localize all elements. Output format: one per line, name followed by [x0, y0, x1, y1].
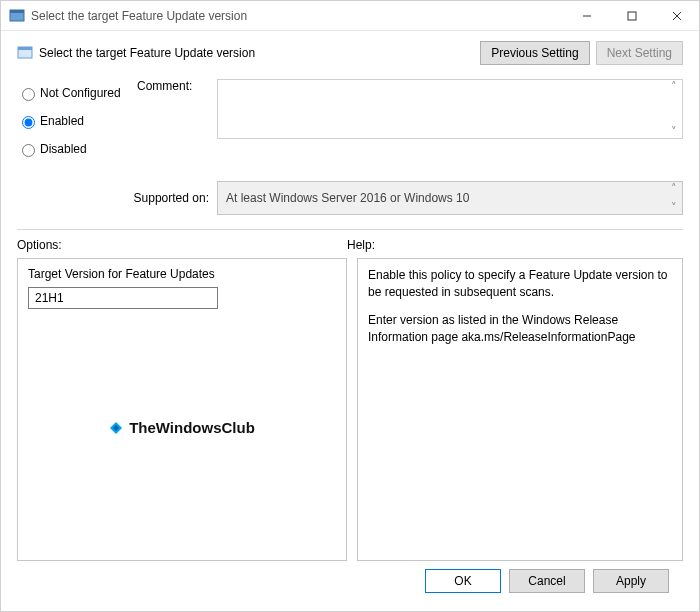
radio-disabled-input[interactable] [22, 144, 35, 157]
radio-enabled[interactable]: Enabled [17, 113, 137, 129]
target-version-label: Target Version for Feature Updates [28, 267, 336, 281]
help-section-label: Help: [347, 238, 375, 252]
header-row: Select the target Feature Update version… [17, 41, 683, 65]
state-radio-group: Not Configured Enabled Disabled [17, 79, 137, 169]
radio-not-configured-input[interactable] [22, 88, 35, 101]
comment-label: Comment: [137, 79, 217, 139]
supported-on-label: Supported on: [17, 191, 217, 205]
options-section-label: Options: [17, 238, 347, 252]
help-paragraph-1: Enable this policy to specify a Feature … [368, 267, 672, 302]
minimize-button[interactable] [564, 1, 609, 31]
svg-rect-3 [628, 12, 636, 20]
target-version-input[interactable] [28, 287, 218, 309]
comment-textarea[interactable]: ˄ ˅ [217, 79, 683, 139]
radio-disabled[interactable]: Disabled [17, 141, 137, 157]
close-button[interactable] [654, 1, 699, 31]
dialog-footer: OK Cancel Apply [17, 561, 683, 601]
apply-button[interactable]: Apply [593, 569, 669, 593]
radio-label: Disabled [40, 142, 87, 156]
scroll-up-icon[interactable]: ˄ [665, 80, 682, 93]
radio-not-configured[interactable]: Not Configured [17, 85, 137, 101]
divider [17, 229, 683, 230]
supported-on-value: At least Windows Server 2016 or Windows … [226, 191, 665, 205]
svg-rect-1 [10, 10, 24, 13]
page-title: Select the target Feature Update version [39, 46, 474, 60]
svg-rect-7 [18, 47, 32, 50]
watermark-icon [109, 421, 123, 435]
titlebar: Select the target Feature Update version [1, 1, 699, 31]
options-pane: Target Version for Feature Updates TheWi… [17, 258, 347, 561]
previous-setting-button[interactable]: Previous Setting [480, 41, 589, 65]
comment-value [218, 80, 665, 138]
window-title: Select the target Feature Update version [31, 9, 564, 23]
window-controls [564, 1, 699, 31]
supported-on-value-box: At least Windows Server 2016 or Windows … [217, 181, 683, 215]
dialog-window: Select the target Feature Update version… [0, 0, 700, 612]
ok-button[interactable]: OK [425, 569, 501, 593]
radio-enabled-input[interactable] [22, 116, 35, 129]
maximize-button[interactable] [609, 1, 654, 31]
next-setting-button: Next Setting [596, 41, 683, 65]
radio-label: Enabled [40, 114, 84, 128]
radio-label: Not Configured [40, 86, 121, 100]
cancel-button[interactable]: Cancel [509, 569, 585, 593]
watermark-text: TheWindowsClub [129, 419, 255, 436]
scroll-down-icon: ˅ [665, 201, 682, 214]
scroll-up-icon: ˄ [665, 182, 682, 195]
help-pane: Enable this policy to specify a Feature … [357, 258, 683, 561]
watermark: TheWindowsClub [18, 419, 346, 436]
help-paragraph-2: Enter version as listed in the Windows R… [368, 312, 672, 347]
policy-icon [17, 45, 33, 61]
app-icon [9, 8, 25, 24]
scroll-down-icon[interactable]: ˅ [665, 125, 682, 138]
